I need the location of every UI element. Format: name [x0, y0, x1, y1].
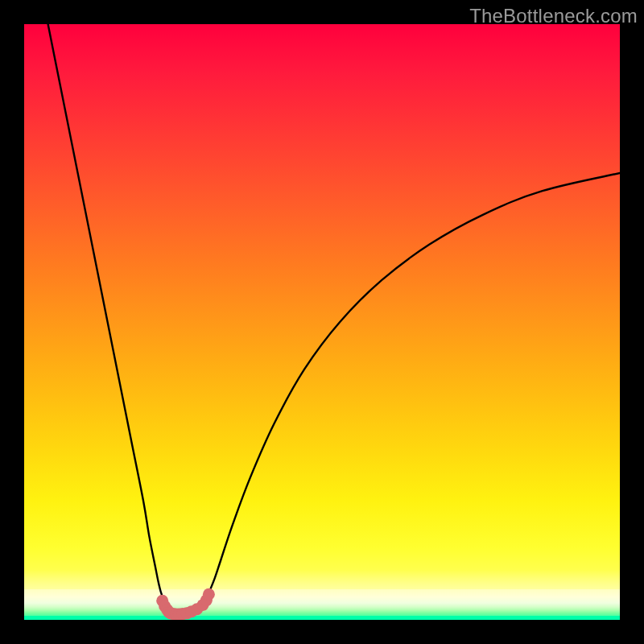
plot-area [24, 24, 620, 620]
svg-point-14 [203, 588, 215, 601]
curve-layer [24, 24, 620, 620]
chart-frame: TheBottleneck.com [0, 0, 644, 644]
curve-right [194, 173, 620, 613]
trough-marker [156, 588, 215, 620]
curve-left [48, 24, 176, 613]
